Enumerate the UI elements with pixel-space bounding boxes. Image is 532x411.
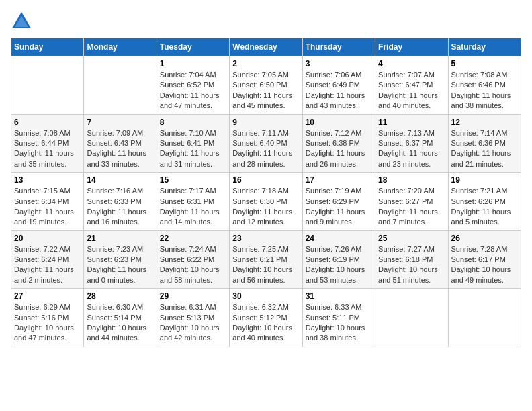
day-number: 12 — [451, 118, 518, 127]
day-number: 8 — [160, 118, 226, 127]
day-number: 6 — [14, 118, 81, 127]
day-number: 26 — [451, 234, 518, 243]
logo-icon — [11, 11, 32, 30]
day-info: Sunrise: 7:14 AM Sunset: 6:36 PM Dayligh… — [451, 128, 518, 170]
day-number: 3 — [306, 59, 372, 68]
calendar-cell: 9Sunrise: 7:11 AM Sunset: 6:40 PM Daylig… — [230, 114, 302, 173]
day-info: Sunrise: 7:23 AM Sunset: 6:23 PM Dayligh… — [87, 244, 153, 286]
calendar-cell: 8Sunrise: 7:10 AM Sunset: 6:41 PM Daylig… — [157, 114, 229, 173]
calendar-cell: 31Sunrise: 6:33 AM Sunset: 5:11 PM Dayli… — [302, 289, 375, 347]
calendar-cell: 19Sunrise: 7:21 AM Sunset: 6:26 PM Dayli… — [448, 173, 521, 231]
day-number: 27 — [14, 291, 81, 301]
day-number: 14 — [87, 175, 153, 185]
day-number: 30 — [232, 291, 299, 301]
day-info: Sunrise: 7:16 AM Sunset: 6:33 PM Dayligh… — [87, 186, 153, 228]
calendar-cell: 10Sunrise: 7:12 AM Sunset: 6:38 PM Dayli… — [302, 114, 375, 173]
calendar-cell: 1Sunrise: 7:04 AM Sunset: 6:52 PM Daylig… — [157, 56, 229, 115]
calendar-cell: 5Sunrise: 7:08 AM Sunset: 6:46 PM Daylig… — [448, 56, 521, 115]
day-number: 9 — [232, 118, 299, 127]
day-info: Sunrise: 7:22 AM Sunset: 6:24 PM Dayligh… — [14, 244, 81, 286]
calendar-cell: 26Sunrise: 7:28 AM Sunset: 6:17 PM Dayli… — [448, 230, 521, 289]
calendar-cell: 30Sunrise: 6:32 AM Sunset: 5:12 PM Dayli… — [230, 289, 302, 347]
weekday-header: Wednesday — [230, 38, 302, 56]
day-info: Sunrise: 7:05 AM Sunset: 6:50 PM Dayligh… — [232, 70, 299, 111]
day-info: Sunrise: 6:32 AM Sunset: 5:12 PM Dayligh… — [232, 302, 299, 344]
day-info: Sunrise: 6:30 AM Sunset: 5:14 PM Dayligh… — [87, 302, 153, 344]
day-info: Sunrise: 7:08 AM Sunset: 6:44 PM Dayligh… — [14, 128, 81, 170]
calendar-cell: 20Sunrise: 7:22 AM Sunset: 6:24 PM Dayli… — [11, 230, 84, 289]
day-number: 13 — [14, 175, 81, 185]
calendar-cell: 25Sunrise: 7:27 AM Sunset: 6:18 PM Dayli… — [375, 230, 448, 289]
page-header — [11, 11, 521, 30]
calendar-cell: 2Sunrise: 7:05 AM Sunset: 6:50 PM Daylig… — [230, 56, 302, 115]
day-number: 29 — [160, 291, 226, 301]
calendar-cell: 28Sunrise: 6:30 AM Sunset: 5:14 PM Dayli… — [84, 289, 157, 347]
weekday-header: Friday — [375, 38, 448, 56]
day-info: Sunrise: 7:07 AM Sunset: 6:47 PM Dayligh… — [378, 70, 445, 111]
day-info: Sunrise: 7:25 AM Sunset: 6:21 PM Dayligh… — [232, 244, 299, 286]
day-info: Sunrise: 7:08 AM Sunset: 6:46 PM Dayligh… — [451, 70, 518, 111]
calendar-cell: 15Sunrise: 7:17 AM Sunset: 6:31 PM Dayli… — [157, 173, 229, 231]
day-number: 2 — [232, 59, 299, 68]
day-number: 31 — [306, 291, 372, 301]
calendar-cell: 13Sunrise: 7:15 AM Sunset: 6:34 PM Dayli… — [11, 173, 84, 231]
calendar-week-row: 6Sunrise: 7:08 AM Sunset: 6:44 PM Daylig… — [11, 114, 521, 173]
day-info: Sunrise: 7:20 AM Sunset: 6:27 PM Dayligh… — [378, 186, 445, 228]
day-info: Sunrise: 7:21 AM Sunset: 6:26 PM Dayligh… — [451, 186, 518, 228]
calendar-cell: 17Sunrise: 7:19 AM Sunset: 6:29 PM Dayli… — [302, 173, 375, 231]
weekday-header: Thursday — [302, 38, 375, 56]
day-number: 4 — [378, 59, 445, 68]
day-info: Sunrise: 7:04 AM Sunset: 6:52 PM Dayligh… — [160, 70, 226, 111]
day-number: 28 — [87, 291, 153, 301]
calendar-cell: 16Sunrise: 7:18 AM Sunset: 6:30 PM Dayli… — [230, 173, 302, 231]
calendar-cell: 29Sunrise: 6:31 AM Sunset: 5:13 PM Dayli… — [157, 289, 229, 347]
day-info: Sunrise: 7:27 AM Sunset: 6:18 PM Dayligh… — [378, 244, 445, 286]
day-info: Sunrise: 6:31 AM Sunset: 5:13 PM Dayligh… — [160, 302, 226, 344]
day-number: 18 — [378, 175, 445, 185]
calendar-cell: 11Sunrise: 7:13 AM Sunset: 6:37 PM Dayli… — [375, 114, 448, 173]
day-number: 22 — [160, 234, 226, 243]
weekday-header: Monday — [84, 38, 157, 56]
calendar-cell — [375, 289, 448, 347]
day-info: Sunrise: 7:10 AM Sunset: 6:41 PM Dayligh… — [160, 128, 226, 170]
logo — [11, 11, 34, 30]
calendar-cell — [84, 56, 157, 115]
day-info: Sunrise: 7:13 AM Sunset: 6:37 PM Dayligh… — [378, 128, 445, 170]
day-number: 10 — [306, 118, 372, 127]
day-info: Sunrise: 7:15 AM Sunset: 6:34 PM Dayligh… — [14, 186, 81, 228]
calendar-week-row: 20Sunrise: 7:22 AM Sunset: 6:24 PM Dayli… — [11, 230, 521, 289]
day-number: 1 — [160, 59, 226, 68]
calendar-cell: 21Sunrise: 7:23 AM Sunset: 6:23 PM Dayli… — [84, 230, 157, 289]
calendar-cell: 12Sunrise: 7:14 AM Sunset: 6:36 PM Dayli… — [448, 114, 521, 173]
calendar-table: SundayMondayTuesdayWednesdayThursdayFrid… — [11, 38, 521, 347]
day-info: Sunrise: 7:06 AM Sunset: 6:49 PM Dayligh… — [306, 70, 372, 111]
calendar-cell: 3Sunrise: 7:06 AM Sunset: 6:49 PM Daylig… — [302, 56, 375, 115]
day-number: 21 — [87, 234, 153, 243]
day-number: 20 — [14, 234, 81, 243]
day-info: Sunrise: 6:29 AM Sunset: 5:16 PM Dayligh… — [14, 302, 81, 344]
weekday-header-row: SundayMondayTuesdayWednesdayThursdayFrid… — [11, 38, 521, 56]
calendar-cell: 24Sunrise: 7:26 AM Sunset: 6:19 PM Dayli… — [302, 230, 375, 289]
day-number: 16 — [232, 175, 299, 185]
calendar-week-row: 13Sunrise: 7:15 AM Sunset: 6:34 PM Dayli… — [11, 173, 521, 231]
weekday-header: Tuesday — [157, 38, 229, 56]
calendar-week-row: 27Sunrise: 6:29 AM Sunset: 5:16 PM Dayli… — [11, 289, 521, 347]
day-info: Sunrise: 7:12 AM Sunset: 6:38 PM Dayligh… — [306, 128, 372, 170]
calendar-cell: 7Sunrise: 7:09 AM Sunset: 6:43 PM Daylig… — [84, 114, 157, 173]
day-number: 17 — [306, 175, 372, 185]
day-number: 19 — [451, 175, 518, 185]
day-info: Sunrise: 7:17 AM Sunset: 6:31 PM Dayligh… — [160, 186, 226, 228]
calendar-cell: 27Sunrise: 6:29 AM Sunset: 5:16 PM Dayli… — [11, 289, 84, 347]
calendar-cell: 22Sunrise: 7:24 AM Sunset: 6:22 PM Dayli… — [157, 230, 229, 289]
calendar-cell — [11, 56, 84, 115]
day-info: Sunrise: 7:18 AM Sunset: 6:30 PM Dayligh… — [232, 186, 299, 228]
weekday-header: Sunday — [11, 38, 84, 56]
day-number: 15 — [160, 175, 226, 185]
calendar-cell: 23Sunrise: 7:25 AM Sunset: 6:21 PM Dayli… — [230, 230, 302, 289]
day-number: 7 — [87, 118, 153, 127]
day-number: 11 — [378, 118, 445, 127]
day-number: 24 — [306, 234, 372, 243]
calendar-cell: 4Sunrise: 7:07 AM Sunset: 6:47 PM Daylig… — [375, 56, 448, 115]
day-number: 23 — [232, 234, 299, 243]
calendar-cell: 14Sunrise: 7:16 AM Sunset: 6:33 PM Dayli… — [84, 173, 157, 231]
